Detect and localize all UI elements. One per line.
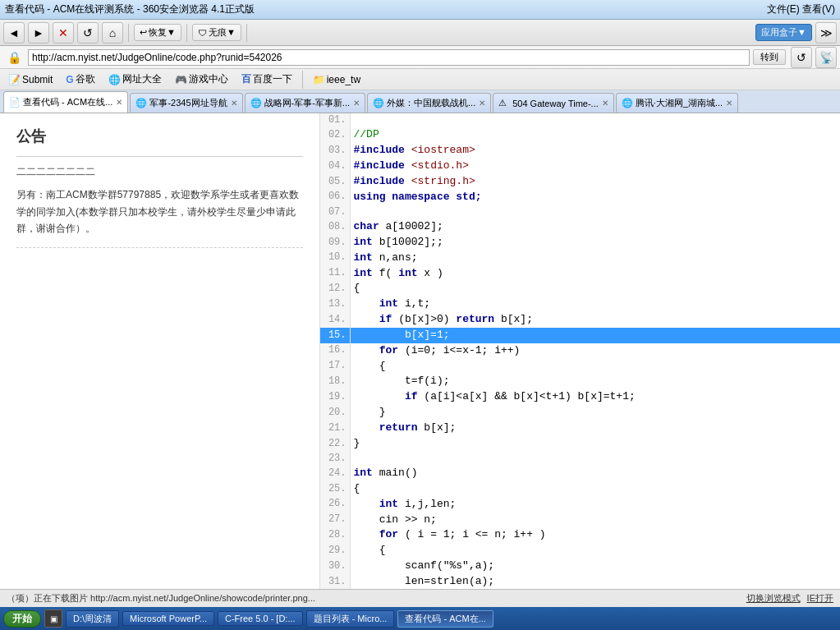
- line-content: #include <string.h>: [350, 174, 840, 190]
- line-content: [350, 113, 840, 127]
- stop-button[interactable]: ✕: [53, 22, 74, 44]
- table-row: 17. {: [320, 359, 840, 375]
- line-number: 10.: [320, 251, 350, 266]
- task-ppt[interactable]: Microsoft PowerP...: [122, 611, 214, 626]
- code-area[interactable]: 01.02.//DP03.#include <iostream>04.#incl…: [320, 113, 840, 604]
- url-input[interactable]: [28, 49, 750, 66]
- line-number: 01.: [320, 113, 350, 127]
- line-number: 21.: [320, 421, 350, 436]
- table-row: 23.: [320, 452, 840, 466]
- forward-button[interactable]: ►: [28, 22, 49, 44]
- tab-3-label: 战略网-军事-军事新...: [264, 97, 351, 109]
- line-content: return b[x];: [350, 421, 840, 436]
- code-table: 01.02.//DP03.#include <iostream>04.#incl…: [320, 113, 840, 604]
- tab-6[interactable]: 🌐 腾讯·大湘网_湖南城... ✕: [616, 93, 738, 113]
- line-content: t=f(i);: [350, 374, 840, 389]
- bm-separator: [302, 71, 303, 89]
- line-content: len=strlen(a);: [350, 574, 840, 590]
- tab-6-close[interactable]: ✕: [726, 99, 732, 108]
- bm-ieee[interactable]: 📁 ieee_tw: [308, 72, 365, 87]
- switch-mode-button[interactable]: 切换浏览模式: [746, 592, 801, 605]
- tab-2-icon: 🌐: [135, 98, 147, 109]
- bm-baidu[interactable]: 百 百度一下: [236, 71, 297, 88]
- bm-wangzhan[interactable]: 🌐 网址大全: [103, 71, 167, 88]
- tab-1-label: 查看代码 - ACM在线...: [23, 96, 112, 108]
- tab-5[interactable]: ⚠ 504 Gateway Time-... ✕: [493, 93, 614, 113]
- bm-submit[interactable]: 📝 Submit: [3, 72, 57, 87]
- line-content: char a[10002];: [350, 219, 840, 235]
- task-icon1[interactable]: ▣: [44, 609, 62, 628]
- line-content: int i,t;: [350, 297, 840, 312]
- back-button[interactable]: ◄: [3, 22, 25, 44]
- tab-3[interactable]: 🌐 战略网-军事-军事新... ✕: [245, 93, 366, 113]
- tab-1-close[interactable]: ✕: [116, 98, 122, 107]
- table-row: 08.char a[10002];: [320, 219, 840, 235]
- line-number: 19.: [320, 389, 350, 405]
- tab-3-close[interactable]: ✕: [353, 99, 360, 108]
- menu-view[interactable]: 查看(V): [802, 3, 835, 15]
- tab-4-label: 外媒：中国舰载战机...: [387, 97, 475, 109]
- sidebar-divider1: [16, 156, 303, 157]
- table-row: 26. int i,j,len;: [320, 497, 840, 513]
- line-number: 11.: [320, 266, 350, 282]
- menu-file[interactable]: 文件(E): [767, 3, 800, 15]
- line-number: 12.: [320, 281, 350, 297]
- line-number: 09.: [320, 235, 350, 251]
- ie-open-button[interactable]: IE打开: [807, 592, 833, 605]
- go-button[interactable]: 转到: [753, 49, 786, 65]
- line-number: 18.: [320, 374, 350, 389]
- tab-2-label: 军事-2345网址导航: [149, 97, 227, 109]
- line-content: {: [350, 281, 840, 297]
- line-content: }: [350, 405, 840, 421]
- shield-icon: 🛡: [198, 28, 207, 38]
- bm-game[interactable]: 🎮 游戏中心: [170, 71, 233, 88]
- home-button[interactable]: ⌂: [102, 22, 123, 44]
- table-row: 19. if (a[i]<a[x] && b[x]<t+1) b[x]=t+1;: [320, 389, 840, 405]
- line-number: 27.: [320, 513, 350, 528]
- line-content: b[x]=1;: [350, 328, 840, 343]
- task-cfree[interactable]: C-Free 5.0 - [D:...: [218, 611, 303, 626]
- status-bar: （项）正在下载图片 http://acm.nyist.net/JudgeOnli…: [0, 589, 840, 607]
- google-icon: G: [66, 74, 73, 85]
- table-row: 09.int b[10002];;: [320, 235, 840, 251]
- recover-button[interactable]: ↩ ↩ 恢复▼ 恢复▼: [134, 24, 181, 41]
- line-number: 24.: [320, 466, 350, 481]
- line-number: 03.: [320, 143, 350, 159]
- line-content: [350, 205, 840, 219]
- sidebar-content1: 二二二二二二二二: [16, 163, 303, 180]
- tab-2-close[interactable]: ✕: [231, 99, 237, 108]
- refresh-button[interactable]: ↺: [77, 22, 99, 44]
- tab-2[interactable]: 🌐 军事-2345网址导航 ✕: [130, 93, 242, 113]
- security-icon: 🔒: [3, 47, 25, 68]
- line-number: 05.: [320, 174, 350, 190]
- rss-button[interactable]: 📡: [815, 47, 837, 68]
- more-button[interactable]: ≫: [815, 22, 837, 44]
- line-content: scanf("%s",a);: [350, 559, 840, 574]
- line-content: [350, 452, 840, 466]
- tab-5-icon: ⚠: [498, 98, 510, 109]
- line-content: #include <stdio.h>: [350, 159, 840, 174]
- refresh-addr-button[interactable]: ↺: [791, 47, 812, 68]
- task-acm-code[interactable]: 查看代码 - ACM在...: [397, 610, 493, 628]
- tab-4-close[interactable]: ✕: [479, 99, 485, 108]
- task-explorer[interactable]: D:\周波清: [66, 610, 119, 628]
- line-number: 07.: [320, 205, 350, 219]
- line-number: 02.: [320, 127, 350, 143]
- tab-5-close[interactable]: ✕: [602, 99, 608, 108]
- no-ads-button[interactable]: 🛡 无痕▼: [192, 24, 241, 41]
- line-number: 04.: [320, 159, 350, 174]
- table-row: 27. cin >> n;: [320, 513, 840, 528]
- tab-1[interactable]: 📄 查看代码 - ACM在线... ✕: [3, 91, 128, 113]
- table-row: 15. b[x]=1;: [320, 328, 840, 343]
- start-button[interactable]: 开始: [3, 610, 41, 628]
- status-text: （项）正在下载图片 http://acm.nyist.net/JudgeOnli…: [7, 592, 315, 605]
- line-number: 17.: [320, 359, 350, 375]
- table-row: 24.int main(): [320, 466, 840, 481]
- line-content: int f( int x ): [350, 266, 840, 282]
- bm-google[interactable]: G 谷歌: [61, 71, 99, 88]
- task-oj-list[interactable]: 题目列表 - Micro...: [306, 610, 395, 628]
- tab-4[interactable]: 🌐 外媒：中国舰载战机... ✕: [367, 93, 491, 113]
- line-number: 08.: [320, 219, 350, 235]
- app-store-button[interactable]: 应用盒子▼: [755, 24, 812, 41]
- table-row: 16. for (i=0; i<=x-1; i++): [320, 343, 840, 359]
